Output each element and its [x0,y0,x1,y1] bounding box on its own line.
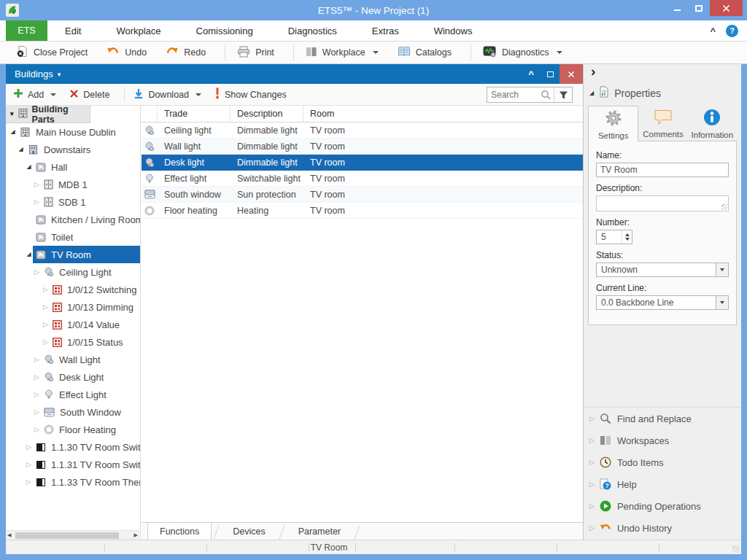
ets-menu-button[interactable]: ETS [6,20,47,41]
tree-item-toilet[interactable]: Toilet [6,228,140,246]
panel-close-button[interactable] [560,64,583,84]
expand-arrow[interactable]: ◢ [17,147,25,152]
description-field[interactable] [596,195,729,211]
expand-arrow[interactable]: ◢ [25,252,33,257]
sidebar-collapse-icon[interactable]: › [591,63,595,79]
tree-item-effect-light[interactable]: ▷ Effect Light [6,386,140,403]
expand-arrow[interactable]: ◢ [589,90,594,96]
resize-grip-icon[interactable] [721,204,727,210]
tree-horizontal-scrollbar[interactable]: ◀ ▶ [6,530,139,540]
table-row[interactable]: Effect lightSwitchable lightTV room [142,171,583,187]
redo-button[interactable]: Redo [166,46,206,59]
tree-item-south-window[interactable]: ▷ South Window [6,403,140,421]
tree-item-ceiling-light[interactable]: ▷ Ceiling Light [6,263,140,281]
column-header-trade[interactable]: Trade [158,106,231,122]
tree-item-floor-heating[interactable]: ▷ Floor Heating [6,421,140,438]
collapse-arrow[interactable]: ▷ [589,438,595,444]
tree-item-ga-1-0-12[interactable]: ▷ 1/0/12 Switching [6,281,140,298]
section-find-and-replace[interactable]: ▷ Find and Replace [584,408,741,429]
scrollbar-thumb[interactable] [15,532,119,539]
panel-dropdown-icon[interactable]: ▾ [58,71,61,78]
collapse-arrow[interactable]: ▷ [33,199,41,206]
panel-collapse-button[interactable]: ^ [522,64,541,84]
tree-header-cell[interactable]: ▾ Building Parts [6,106,90,123]
collapse-arrow[interactable]: ▷ [33,392,41,398]
collapse-arrow[interactable]: ▷ [42,322,50,328]
dropdown-arrow-icon[interactable] [716,296,728,309]
catalogs-button[interactable]: Catalogs [398,46,452,59]
collapse-arrow[interactable]: ▷ [33,427,41,433]
number-stepper[interactable]: 5 [596,230,632,244]
collapse-ribbon-icon[interactable]: ^ [710,26,716,36]
close-project-button[interactable]: Close Project [16,45,88,60]
collapse-arrow[interactable]: ▷ [25,479,33,486]
search-input[interactable] [487,90,541,100]
download-button[interactable]: Download [133,88,201,101]
search-icon[interactable] [541,90,551,101]
expand-arrow[interactable]: ◢ [9,129,17,135]
panel-restore-button[interactable] [541,64,560,84]
expand-arrow[interactable]: ▾ [10,111,14,117]
section-workspaces[interactable]: ▷ Workspaces [584,429,741,451]
column-header-description[interactable]: Description [231,106,303,122]
menu-edit[interactable]: Edit [47,20,98,41]
table-row[interactable]: Wall lightDimmable lightTV room [142,139,583,155]
tree-item-ga-1-0-15[interactable]: ▷ 1/0/15 Status [6,333,140,351]
workplace-button[interactable]: Workplace [306,47,379,59]
menu-comissioning[interactable]: Comissioning [179,20,271,41]
close-button[interactable] [710,0,743,16]
tree-item-hall[interactable]: ◢ Hall [6,158,140,176]
tab-information[interactable]: Information [688,106,737,141]
menu-windows[interactable]: Windows [417,20,490,41]
tab-devices[interactable]: Devices [221,523,276,540]
collapse-arrow[interactable]: ▷ [589,525,595,532]
tree-item-downstairs[interactable]: ◢ Downstairs [6,141,140,158]
maximize-button[interactable] [688,0,710,16]
table-row[interactable]: Floor heatingHeatingTV room [142,203,583,219]
tree-item-device-1-1-33[interactable]: ▷ 1.1.33 TV Room Therm [6,473,140,491]
tree-item-main-house[interactable]: ◢ Main House Dublin [6,123,140,141]
filter-button[interactable] [554,88,572,102]
collapse-arrow[interactable]: ▷ [589,459,595,466]
table-row[interactable]: South windowSun protectionTV room [142,187,583,203]
tab-settings[interactable]: Settings [588,106,638,141]
tree-item-device-1-1-31[interactable]: ▷ 1.1.31 TV Room Switch [6,456,140,473]
collapse-arrow[interactable]: ▷ [33,374,41,381]
section-todo-items[interactable]: ▷ Todo Items [584,451,741,473]
window-resize-grip[interactable] [732,545,740,553]
dropdown-arrow-icon[interactable] [716,263,728,276]
section-help[interactable]: ▷ ? Help [584,473,741,495]
step-up-icon[interactable] [625,233,630,236]
tab-parameter[interactable]: Parameter [287,523,352,540]
collapse-arrow[interactable]: ▷ [589,481,595,488]
collapse-arrow[interactable]: ▷ [33,269,41,276]
tree-item-ga-1-0-14[interactable]: ▷ 1/0/14 Value [6,316,140,333]
collapse-arrow[interactable]: ▷ [589,503,595,510]
menu-workplace[interactable]: Workplace [98,20,178,41]
tab-functions[interactable]: Functions [147,522,212,540]
table-row[interactable]: Ceiling lightDimmable lightTV room [142,122,583,139]
tree-item-ga-1-0-13[interactable]: ▷ 1/0/13 Dimming [6,298,140,316]
tree-item-desk-light[interactable]: ▷ Desk Light [6,368,140,386]
section-pending-operations[interactable]: ▷ Pending Operations [584,495,741,517]
collapse-arrow[interactable]: ▷ [33,182,41,188]
tab-comments[interactable]: Comments [638,106,687,141]
collapse-arrow[interactable]: ▷ [33,409,41,416]
current-line-dropdown[interactable]: 0.0 Backbone Line [596,295,729,310]
help-icon[interactable]: ? [726,25,738,37]
minimize-button[interactable] [666,0,688,16]
add-button[interactable]: Add [13,88,56,101]
menu-extras[interactable]: Extras [355,20,417,41]
diagnostics-button[interactable]: Diagnostics [483,46,562,60]
section-undo-history[interactable]: ▷ Undo History [584,517,741,539]
delete-button[interactable]: Delete [69,89,109,101]
print-button[interactable]: Print [237,46,274,60]
expand-arrow[interactable]: ◢ [25,164,33,170]
collapse-arrow[interactable]: ▷ [42,304,50,311]
step-down-icon[interactable] [625,238,630,241]
table-row-selected[interactable]: Desk lightDimmable lightTV room [142,155,583,171]
collapse-arrow[interactable]: ▷ [33,357,41,363]
collapse-arrow[interactable]: ▷ [25,444,33,451]
properties-header[interactable]: ◢ Properties [589,86,661,100]
tree-item-mdb1[interactable]: ▷ MDB 1 [6,176,140,193]
